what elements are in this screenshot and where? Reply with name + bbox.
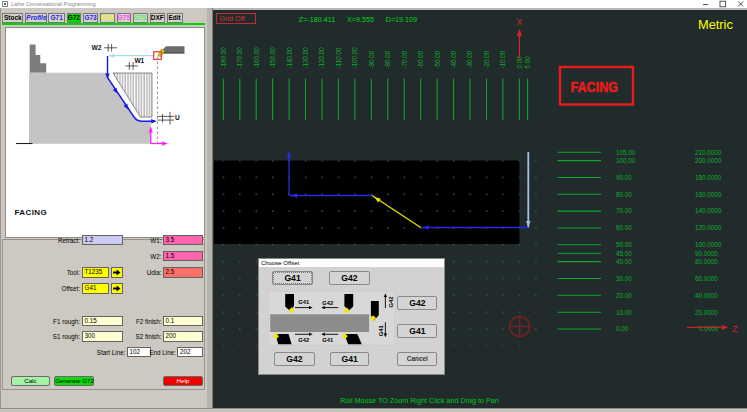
svg-text:180.0000: 180.0000 xyxy=(695,174,722,181)
svg-text:90.0000: 90.0000 xyxy=(695,250,718,257)
svg-text:-170.00: -170.00 xyxy=(236,47,243,69)
svg-text:210.0000: 210.0000 xyxy=(695,149,722,156)
svg-text:100.0000: 100.0000 xyxy=(695,241,722,248)
svg-text:80.00: 80.00 xyxy=(616,191,632,198)
svg-text:-120.00: -120.00 xyxy=(318,47,325,69)
svg-text:G42: G42 xyxy=(322,301,333,307)
svg-text:60.0000: 60.0000 xyxy=(695,275,718,282)
svg-text:105.00: 105.00 xyxy=(616,149,636,156)
svg-text:-150.00: -150.00 xyxy=(269,47,276,69)
svg-text:5.00: 5.00 xyxy=(524,56,531,69)
svg-text:Roll Mouse TO Zoom Right Click: Roll Mouse TO Zoom Right Click and Drag … xyxy=(340,396,499,405)
svg-text:200.0000: 200.0000 xyxy=(695,157,722,164)
svg-text:U: U xyxy=(175,114,180,121)
svg-text:-50.00: -50.00 xyxy=(434,50,441,68)
svg-text:-140.00: -140.00 xyxy=(286,47,293,69)
svg-text:X: X xyxy=(516,17,522,27)
svg-text:40.00: 40.00 xyxy=(616,258,632,265)
svg-text:G41: G41 xyxy=(298,300,310,306)
svg-text:G42: G42 xyxy=(388,297,394,308)
svg-text:FACING: FACING xyxy=(571,79,619,95)
svg-text:120.0000: 120.0000 xyxy=(695,224,722,231)
svg-text:60.00: 60.00 xyxy=(616,224,632,231)
svg-text:45.00: 45.00 xyxy=(616,250,632,257)
svg-text:-90.00: -90.00 xyxy=(368,50,375,68)
svg-text:-160.00: -160.00 xyxy=(253,47,260,69)
svg-text:160.0000: 160.0000 xyxy=(695,191,722,198)
svg-text:-130.00: -130.00 xyxy=(302,47,309,69)
svg-text:-80.00: -80.00 xyxy=(384,50,391,68)
svg-text:Metric: Metric xyxy=(698,17,733,32)
svg-text:-110.00: -110.00 xyxy=(335,47,342,68)
svg-text:50.00: 50.00 xyxy=(616,241,632,248)
svg-text:-180.00: -180.00 xyxy=(220,47,227,69)
svg-text:80.0000: 80.0000 xyxy=(695,258,718,265)
svg-text:Grid Off: Grid Off xyxy=(220,14,245,23)
svg-text:70.00: 70.00 xyxy=(616,207,632,214)
svg-text:100.00: 100.00 xyxy=(616,157,636,164)
svg-text:D=19.109: D=19.109 xyxy=(386,15,417,24)
svg-text:10.00: 10.00 xyxy=(616,309,632,316)
svg-text:140.0000: 140.0000 xyxy=(695,207,722,214)
svg-text:30.00: 30.00 xyxy=(616,275,632,282)
svg-text:W2: W2 xyxy=(92,44,102,51)
svg-text:-20.00: -20.00 xyxy=(483,50,490,68)
svg-text:90.00: 90.00 xyxy=(616,174,632,181)
svg-text:G41: G41 xyxy=(377,325,383,337)
svg-text:20.00: 20.00 xyxy=(616,292,632,299)
svg-text:-30.00: -30.00 xyxy=(466,50,473,68)
svg-text:W1: W1 xyxy=(134,57,144,64)
svg-text:-10.00: -10.00 xyxy=(499,50,506,68)
svg-text:0.00: 0.00 xyxy=(616,325,629,332)
svg-text:0.0000: 0.0000 xyxy=(699,325,719,332)
svg-text:20.0000: 20.0000 xyxy=(695,309,718,316)
svg-text:-60.00: -60.00 xyxy=(417,50,424,68)
svg-text:Z: Z xyxy=(732,323,738,334)
svg-text:-70.00: -70.00 xyxy=(401,50,408,68)
svg-text:-100.00: -100.00 xyxy=(351,47,358,69)
svg-text:40.0000: 40.0000 xyxy=(695,292,718,299)
svg-text:X=9.555: X=9.555 xyxy=(347,15,374,24)
svg-text:G42: G42 xyxy=(298,337,309,343)
svg-text:G41: G41 xyxy=(322,337,334,343)
svg-text:-40.00: -40.00 xyxy=(450,50,457,68)
svg-text:Z=-180.411: Z=-180.411 xyxy=(299,15,335,24)
svg-text:FACING: FACING xyxy=(15,208,48,217)
